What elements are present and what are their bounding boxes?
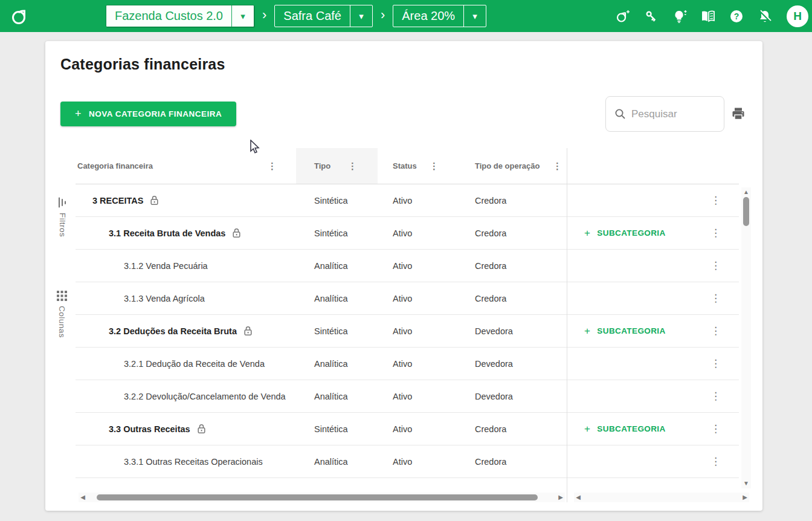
table-row: 3.2.1 Dedução da Receita de Venda Analít… [76, 348, 739, 380]
appbar-actions: ? H [615, 0, 808, 32]
status-cell: Ativo [378, 359, 459, 369]
row-actions: ⋮ [567, 293, 739, 303]
subcategory-label: SUBCATEGORIA [597, 424, 665, 433]
tipo-cell: Analítica [296, 261, 378, 271]
category-name-cell: 3.3 Outras Receitas [76, 424, 296, 434]
scroll-right-icon[interactable]: ▶ [556, 493, 565, 502]
add-subcategory-button[interactable]: + SUBCATEGORIA [584, 423, 666, 435]
key-icon[interactable] [643, 8, 659, 24]
column-label: Tipo [314, 161, 330, 170]
column-header-status[interactable]: Status ⋮ [378, 148, 459, 184]
filter-icon [57, 197, 68, 208]
app-header: Fazenda Custos 2.0 ▾ › Safra Café ▾ › Ár… [0, 0, 812, 32]
column-menu-icon[interactable]: ⋮ [430, 161, 439, 170]
subcategory-label: SUBCATEGORIA [597, 228, 665, 238]
table-row: 3.2 Deduções da Receita Bruta Sintética … [76, 315, 739, 348]
row-menu-icon[interactable]: ⋮ [710, 358, 721, 369]
area-selector-dropdown[interactable]: Área 20% ▾ [393, 5, 486, 27]
row-menu-icon[interactable]: ⋮ [710, 260, 721, 271]
operacao-cell: Credora [459, 424, 567, 434]
category-name: 3.2.2 Devolução/Cancelamento de Venda [124, 392, 286, 401]
column-label: Status [393, 161, 417, 170]
status-cell: Ativo [378, 326, 459, 336]
filters-toggle[interactable]: Filtros [57, 197, 68, 237]
lock-icon [150, 195, 159, 205]
table-row: 3.3.1 Outras Receitas Operacionais Analí… [76, 445, 739, 478]
tipo-cell: Sintética [296, 196, 378, 205]
search-input[interactable] [631, 108, 704, 120]
farm-selector-label: Fazenda Custos 2.0 [106, 9, 231, 23]
table-vertical-scrollbar[interactable]: ▲ ▼ [741, 187, 751, 488]
add-subcategory-button[interactable]: + SUBCATEGORIA [584, 325, 666, 337]
operacao-cell: Credora [459, 196, 567, 205]
scroll-left-icon[interactable]: ◀ [79, 493, 87, 502]
row-actions: + SUBCATEGORIA ⋮ [567, 227, 739, 239]
search-box [605, 96, 724, 132]
add-subcategory-button[interactable]: + SUBCATEGORIA [584, 227, 666, 239]
page-title: Categorias financeiras [60, 56, 225, 73]
row-menu-icon[interactable]: ⋮ [710, 228, 721, 238]
category-name-cell: 3.1 Receita Bruta de Vendas [76, 228, 296, 238]
chevron-down-icon[interactable]: ▾ [232, 5, 254, 27]
harvest-selector-label: Safra Café [275, 9, 350, 23]
tipo-cell: Sintética [296, 228, 378, 238]
new-financial-category-button[interactable]: + NOVA CATEGORIA FINANCEIRA [60, 102, 236, 126]
print-icon[interactable] [731, 106, 746, 121]
column-menu-icon[interactable]: ⋮ [553, 161, 562, 170]
row-actions: + SUBCATEGORIA ⋮ [567, 325, 739, 337]
status-cell: Ativo [378, 457, 459, 467]
tipo-cell: Analítica [296, 359, 378, 369]
row-actions: ⋮ [567, 358, 739, 369]
vertical-scroll-thumb[interactable] [743, 197, 749, 226]
table-row: 3.1 Receita Bruta de Vendas Sintética At… [76, 217, 739, 250]
scroll-left-icon[interactable]: ◀ [574, 493, 582, 502]
columns-toggle[interactable]: Colunas [57, 291, 67, 338]
content-card: Categorias financeiras + NOVA CATEGORIA … [45, 41, 762, 511]
row-menu-icon[interactable]: ⋮ [710, 326, 721, 336]
row-menu-icon[interactable]: ⋮ [710, 195, 721, 205]
notifications-off-icon[interactable] [757, 8, 773, 24]
category-name-cell: 3 RECEITAS [76, 195, 296, 205]
operacao-cell: Devedora [459, 326, 567, 336]
column-label: Categoria financeira [77, 161, 153, 170]
plus-icon: + [584, 325, 590, 337]
actions-horizontal-scrollbar[interactable]: ◀ ▶ [574, 493, 749, 502]
lock-icon [197, 424, 206, 434]
actions-column-divider [567, 148, 567, 502]
row-menu-icon[interactable]: ⋮ [710, 424, 721, 434]
status-cell: Ativo [378, 196, 459, 205]
table-row: 3.1.2 Venda Pecuária Analítica Ativo Cre… [76, 250, 739, 282]
area-selector-label: Área 20% [393, 9, 463, 23]
column-menu-icon[interactable]: ⋮ [348, 161, 357, 170]
column-header-categoria[interactable]: Categoria financeira ⋮ [76, 148, 296, 184]
category-name-cell: 3.1.2 Venda Pecuária [76, 261, 296, 271]
tipo-cell: Analítica [296, 392, 378, 401]
column-header-tipo[interactable]: Tipo ⋮ [296, 148, 378, 184]
operacao-cell: Credora [459, 294, 567, 303]
scroll-down-icon[interactable]: ▼ [742, 479, 750, 488]
farm-selector-dropdown[interactable]: Fazenda Custos 2.0 ▾ [106, 5, 254, 27]
lock-icon [243, 326, 253, 336]
user-avatar[interactable]: H [787, 5, 808, 27]
row-menu-icon[interactable]: ⋮ [710, 293, 721, 303]
book-icon[interactable] [700, 8, 716, 24]
chevron-down-icon[interactable]: ▾ [350, 5, 372, 27]
add-account-icon[interactable] [615, 8, 631, 24]
help-icon[interactable]: ? [729, 8, 744, 24]
scroll-right-icon[interactable]: ▶ [741, 493, 749, 502]
scroll-up-icon[interactable]: ▲ [742, 187, 750, 197]
table-horizontal-scrollbar[interactable]: ◀ ▶ [79, 493, 565, 502]
row-menu-icon[interactable]: ⋮ [710, 456, 721, 467]
plus-icon: + [584, 423, 590, 435]
horizontal-scroll-thumb[interactable] [97, 494, 538, 500]
category-name: 3.1.2 Venda Pecuária [124, 261, 208, 271]
row-menu-icon[interactable]: ⋮ [710, 391, 721, 401]
column-header-operacao[interactable]: Tipo de operação ⋮ [459, 148, 567, 184]
column-menu-icon[interactable]: ⋮ [268, 161, 277, 170]
chevron-down-icon[interactable]: ▾ [464, 5, 486, 27]
status-cell: Ativo [378, 261, 459, 271]
breadcrumb: Fazenda Custos 2.0 ▾ › Safra Café ▾ › Ár… [106, 5, 486, 27]
lightbulb-icon[interactable] [672, 8, 688, 24]
status-cell: Ativo [378, 294, 459, 303]
harvest-selector-dropdown[interactable]: Safra Café ▾ [274, 5, 373, 27]
